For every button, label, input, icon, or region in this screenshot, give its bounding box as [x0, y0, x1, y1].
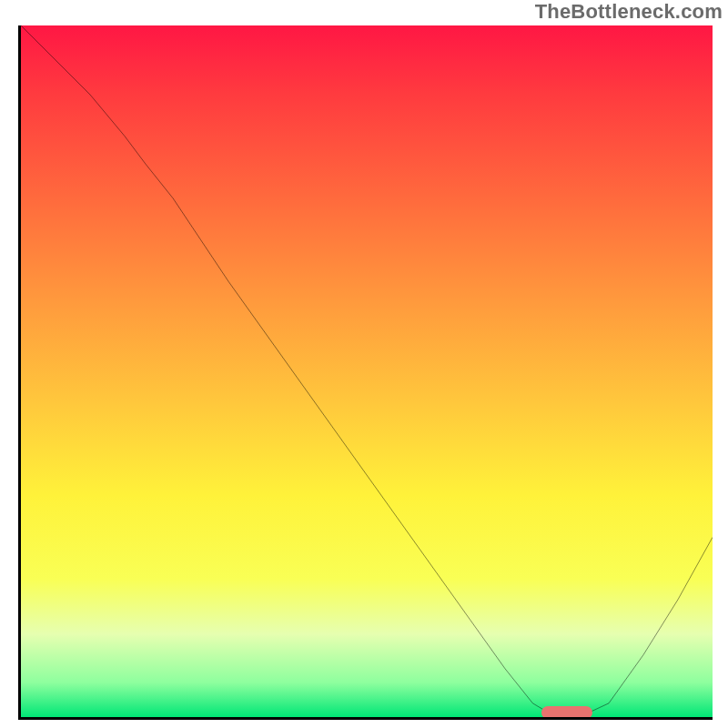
chart-container: TheBottleneck.com [0, 0, 728, 728]
plot-area [18, 25, 713, 720]
watermark-text: TheBottleneck.com [535, 0, 723, 24]
optimal-marker [541, 706, 592, 719]
bottleneck-curve [21, 25, 713, 717]
